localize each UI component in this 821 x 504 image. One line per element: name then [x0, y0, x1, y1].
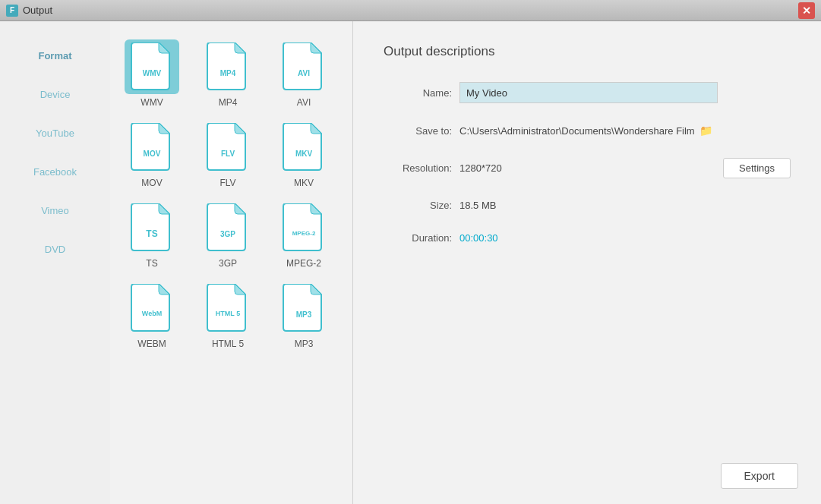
format-wmv[interactable]: WMV WMV	[118, 36, 186, 111]
name-input[interactable]	[459, 82, 718, 103]
format-mkv-label: MKV	[294, 178, 314, 188]
svg-text:WMV: WMV	[143, 69, 162, 77]
title-bar: F Output ✕	[0, 0, 821, 21]
format-mpeg2[interactable]: MPEG-2 MPEG-2	[270, 197, 338, 272]
svg-text:MP3: MP3	[296, 310, 312, 319]
format-wmv-label: WMV	[141, 97, 163, 108]
format-flv[interactable]: FLV FLV	[194, 117, 262, 191]
sidebar-item-youtube[interactable]: YouTube	[0, 114, 110, 153]
format-mp4-label: MP4	[219, 97, 238, 108]
sidebar-item-dvd[interactable]: DVD	[0, 230, 110, 269]
format-avi[interactable]: AVI AVI	[270, 36, 338, 111]
save-to-row: Save to: C:\Users\Administrator\Document…	[384, 124, 791, 137]
format-mp3[interactable]: MP3 MP3	[270, 278, 338, 352]
format-grid: WMV WMV MP4 MP4	[118, 36, 337, 352]
format-3gp-label: 3GP	[219, 258, 237, 269]
format-mov-label: MOV	[141, 178, 162, 188]
format-webm[interactable]: WebM WEBM	[118, 278, 186, 352]
resolution-label: Resolution:	[384, 162, 452, 174]
resolution-row: Resolution: 1280*720 Settings	[384, 158, 791, 178]
svg-text:MOV: MOV	[144, 150, 161, 158]
app-icon: F	[6, 5, 18, 17]
close-button[interactable]: ✕	[798, 2, 815, 19]
format-area: WMV WMV MP4 MP4	[110, 21, 353, 504]
format-flv-label: FLV	[219, 178, 235, 188]
format-mp4[interactable]: MP4 MP4	[194, 36, 262, 111]
output-panel: Output descriptions Name: Save to: C:\Us…	[353, 21, 821, 504]
window-title: Output	[23, 5, 52, 16]
format-mov[interactable]: MOV MOV	[118, 117, 186, 191]
name-label: Name:	[384, 87, 452, 99]
format-mpeg2-label: MPEG-2	[286, 258, 321, 269]
sidebar-item-facebook[interactable]: Facebook	[0, 153, 110, 191]
format-ts[interactable]: TS TS	[118, 197, 186, 272]
svg-text:3GP: 3GP	[220, 230, 235, 238]
size-value: 18.5 MB	[459, 200, 496, 211]
main-container: Format Device YouTube Facebook Vimeo DVD…	[0, 21, 821, 504]
path-row: C:\Users\Administrator\Documents\Wonders…	[459, 124, 712, 137]
format-html5[interactable]: HTML 5 HTML 5	[194, 278, 262, 352]
svg-text:WebM: WebM	[142, 310, 162, 317]
format-html5-label: HTML 5	[212, 339, 244, 349]
format-webm-label: WEBM	[137, 339, 166, 349]
output-section-title: Output descriptions	[384, 44, 791, 59]
size-label: Size:	[384, 200, 452, 211]
export-button[interactable]: Export	[721, 463, 798, 489]
svg-text:FLV: FLV	[221, 150, 235, 158]
sidebar: Format Device YouTube Facebook Vimeo DVD	[0, 21, 110, 504]
svg-text:AVI: AVI	[298, 69, 310, 77]
name-row: Name:	[384, 82, 791, 103]
duration-label: Duration:	[384, 232, 452, 244]
format-mkv[interactable]: MKV MKV	[270, 117, 338, 191]
save-path-value: C:\Users\Administrator\Documents\Wonders…	[459, 125, 695, 137]
format-ts-label: TS	[146, 258, 157, 269]
sidebar-item-device[interactable]: Device	[0, 75, 110, 114]
svg-text:MPEG-2: MPEG-2	[292, 230, 316, 237]
sidebar-item-format[interactable]: Format	[0, 36, 110, 75]
folder-icon[interactable]: 📁	[699, 124, 712, 137]
format-mp3-label: MP3	[295, 339, 314, 349]
svg-text:MKV: MKV	[295, 150, 313, 158]
svg-text:HTML 5: HTML 5	[216, 310, 240, 317]
format-avi-label: AVI	[297, 97, 311, 108]
settings-button[interactable]: Settings	[723, 158, 791, 178]
size-row: Size: 18.5 MB	[384, 200, 791, 211]
format-3gp[interactable]: 3GP 3GP	[194, 197, 262, 272]
resolution-value: 1280*720	[459, 162, 502, 174]
duration-value: 00:00:30	[459, 232, 498, 244]
svg-text:MP4: MP4	[220, 69, 236, 77]
save-to-label: Save to:	[384, 125, 452, 137]
duration-row: Duration: 00:00:30	[384, 232, 791, 244]
svg-text:TS: TS	[146, 228, 157, 239]
sidebar-item-vimeo[interactable]: Vimeo	[0, 191, 110, 230]
